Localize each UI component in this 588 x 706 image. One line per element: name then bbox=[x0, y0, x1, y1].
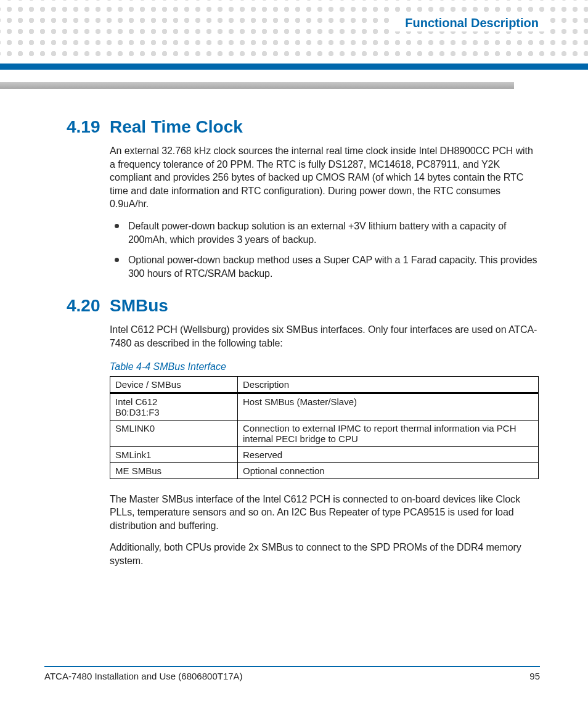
rtc-paragraph: An external 32.768 kHz clock sources the… bbox=[110, 144, 539, 211]
table-row: Intel C612 B0:D31:F3 Host SMBus (Master/… bbox=[110, 393, 539, 420]
cell-description: Reserved bbox=[238, 446, 539, 462]
smbus-table: Device / SMBus Description Intel C612 B0… bbox=[110, 376, 539, 479]
section-number: 4.20 bbox=[67, 296, 110, 316]
cell-device: SMLink1 bbox=[110, 446, 238, 462]
smbus-paragraph-2: Additionally, both CPUs provide 2x SMBus… bbox=[110, 541, 539, 567]
header-blue-rule bbox=[0, 64, 588, 70]
table-row: ME SMBus Optional connection bbox=[110, 462, 539, 478]
cell-device: ME SMBus bbox=[110, 462, 238, 478]
cell-device: SMLINK0 bbox=[110, 420, 238, 446]
section-title: Real Time Clock bbox=[110, 117, 243, 137]
list-item: Optional power-down backup method uses a… bbox=[110, 253, 539, 280]
footer-rule bbox=[44, 666, 540, 667]
smbus-paragraph-1: The Master SMBus interface of the Intel … bbox=[110, 493, 539, 533]
table-row: SMLINK0 Connection to external IPMC to r… bbox=[110, 420, 539, 446]
rtc-bullet-list: Default power-down backup solution is an… bbox=[110, 220, 539, 280]
cell-device: Intel C612 B0:D31:F3 bbox=[110, 393, 238, 420]
table-header-device: Device / SMBus bbox=[110, 376, 238, 393]
cell-description: Optional connection bbox=[238, 462, 539, 478]
table-caption: Table 4-4 SMBus Interface bbox=[110, 361, 539, 372]
running-header-title: Functional Description bbox=[405, 16, 539, 30]
section-heading-rtc: 4.19 Real Time Clock bbox=[67, 117, 539, 137]
table-row: SMLink1 Reserved bbox=[110, 446, 539, 462]
section-number: 4.19 bbox=[67, 117, 110, 137]
page-content: 4.19 Real Time Clock An external 32.768 … bbox=[67, 105, 539, 577]
page-footer: ATCA-7480 Installation and Use (6806800T… bbox=[44, 666, 540, 681]
section-title: SMBus bbox=[110, 296, 168, 316]
cell-description: Connection to external IPMC to report th… bbox=[238, 420, 539, 446]
cell-description: Host SMBus (Master/Slave) bbox=[238, 393, 539, 420]
footer-page-number: 95 bbox=[529, 671, 540, 681]
header-gray-rule bbox=[0, 82, 514, 89]
table-header-description: Description bbox=[238, 376, 539, 393]
section-heading-smbus: 4.20 SMBus bbox=[67, 296, 539, 316]
footer-doc-title: ATCA-7480 Installation and Use (6806800T… bbox=[44, 671, 243, 681]
list-item: Default power-down backup solution is an… bbox=[110, 220, 539, 246]
running-header: Functional Description bbox=[393, 15, 545, 31]
smbus-intro: Intel C612 PCH (Wellsburg) provides six … bbox=[110, 323, 539, 350]
